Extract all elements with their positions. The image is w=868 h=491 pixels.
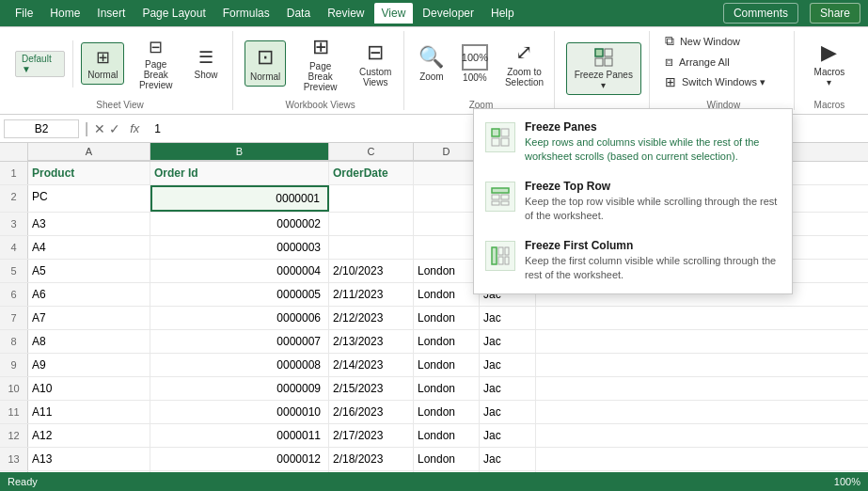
cell[interactable]: 0000011 — [150, 424, 329, 447]
cell[interactable]: London — [414, 283, 480, 306]
zoom-to-selection-button[interactable]: ⤢ Zoom toSelection — [499, 37, 549, 91]
cell[interactable]: A8 — [28, 330, 150, 353]
cell[interactable] — [329, 185, 414, 212]
menu-review[interactable]: Review — [320, 3, 371, 24]
cell[interactable]: London — [414, 307, 480, 329]
cell[interactable]: 2/11/2023 — [329, 283, 414, 306]
default-dropdown[interactable]: Default ▼ — [15, 51, 65, 77]
cell[interactable]: 0000003 — [150, 236, 329, 259]
zoom-button[interactable]: 🔍 Zoom — [413, 41, 450, 86]
cell[interactable]: 0000002 — [150, 213, 329, 235]
cell-reference-input[interactable] — [4, 119, 79, 138]
menu-developer[interactable]: Developer — [415, 3, 481, 24]
menu-help[interactable]: Help — [483, 3, 522, 24]
cell[interactable]: London — [414, 330, 480, 353]
cell[interactable] — [414, 236, 480, 259]
cell[interactable]: 0000006 — [150, 307, 329, 329]
cell[interactable]: A3 — [28, 213, 150, 235]
cell[interactable] — [414, 213, 480, 235]
custom-views-button[interactable]: ⊟ CustomViews — [355, 37, 396, 91]
cell[interactable]: 0000007 — [150, 330, 329, 353]
cell[interactable]: 0000012 — [150, 448, 329, 470]
freeze-panes-button[interactable]: Freeze Panes ▾ — [566, 42, 641, 95]
arrange-all-button[interactable]: ⧈ Arrange All — [661, 52, 786, 71]
normal-view-button[interactable]: ⊞ Normal — [81, 42, 124, 85]
freeze-top-row-item[interactable]: Freeze Top Row Keep the top row visible … — [474, 172, 792, 231]
cell[interactable]: London — [414, 377, 480, 400]
cell[interactable]: A9 — [28, 354, 150, 376]
cell[interactable]: 0000005 — [150, 283, 329, 306]
cell[interactable]: 2/15/2023 — [329, 377, 414, 400]
cell[interactable] — [414, 162, 480, 184]
freeze-panes-item[interactable]: Freeze Panes Keep rows and columns visib… — [474, 113, 792, 172]
cell[interactable]: 0000010 — [150, 401, 329, 423]
zoom-100-button[interactable]: 100% 100% — [456, 40, 494, 87]
cell[interactable]: Jac — [480, 448, 536, 470]
menu-data[interactable]: Data — [279, 3, 318, 24]
cell[interactable]: OrderDate — [329, 162, 414, 184]
new-window-button[interactable]: ⧉ New Window — [661, 31, 786, 51]
show-button[interactable]: ☰ Show — [187, 43, 225, 84]
cancel-formula-icon[interactable]: ✕ — [94, 121, 105, 136]
workbook-normal-button[interactable]: ⊡ Normal — [245, 40, 286, 87]
comments-button[interactable]: Comments — [723, 3, 798, 24]
cell[interactable]: Jac — [480, 377, 536, 400]
menu-view[interactable]: View — [374, 3, 414, 24]
cell[interactable]: Order Id — [150, 162, 329, 184]
cell[interactable]: London — [414, 448, 480, 470]
freeze-first-col-item[interactable]: Freeze First Column Keep the first colum… — [474, 231, 792, 291]
cell[interactable]: A6 — [28, 283, 150, 306]
cell[interactable]: London — [414, 401, 480, 423]
cell[interactable]: 0000008 — [150, 354, 329, 376]
cell[interactable]: Jac — [480, 424, 536, 447]
macros-button[interactable]: ▶ Macros ▾ — [806, 37, 853, 91]
cell[interactable]: Product — [28, 162, 150, 184]
cell[interactable]: 2/14/2023 — [329, 354, 414, 376]
col-header-b[interactable]: B — [150, 143, 329, 161]
menu-file[interactable]: File — [8, 3, 40, 24]
menu-page-layout[interactable]: Page Layout — [134, 3, 213, 24]
cell[interactable]: 0000004 — [150, 260, 329, 282]
menu-insert[interactable]: Insert — [89, 3, 133, 24]
cell[interactable]: A7 — [28, 307, 150, 329]
cell[interactable]: A10 — [28, 377, 150, 400]
cell[interactable]: A5 — [28, 260, 150, 282]
cell[interactable]: Jac — [480, 330, 536, 353]
cell[interactable]: 2/12/2023 — [329, 307, 414, 329]
cell[interactable]: A11 — [28, 401, 150, 423]
confirm-formula-icon[interactable]: ✓ — [109, 121, 120, 136]
zoom-icon: 🔍 — [418, 45, 444, 70]
menu-formulas[interactable]: Formulas — [215, 3, 277, 24]
cell[interactable]: 0000009 — [150, 377, 329, 400]
col-header-c[interactable]: C — [329, 143, 414, 161]
page-break-button[interactable]: ⊟ Page BreakPreview — [128, 33, 183, 94]
cell[interactable]: Jac — [480, 307, 536, 329]
zoom-100-icon: 100% — [462, 44, 488, 71]
cell[interactable]: London — [414, 260, 480, 282]
cell[interactable] — [329, 213, 414, 235]
cell[interactable]: 2/10/2023 — [329, 260, 414, 282]
row-number: 8 — [0, 330, 28, 353]
cell[interactable]: London — [414, 354, 480, 376]
switch-windows-button[interactable]: ⊞ Switch Windows ▾ — [661, 72, 786, 91]
cell[interactable]: Jac — [480, 354, 536, 376]
page-break-preview-button[interactable]: ⊞ Page BreakPreview — [292, 31, 349, 96]
col-header-d[interactable]: D — [414, 143, 480, 161]
cell[interactable]: 2/17/2023 — [329, 424, 414, 447]
zoom-100-label: 100% — [463, 72, 487, 83]
menu-home[interactable]: Home — [42, 3, 87, 24]
cell[interactable]: 0000001 — [150, 185, 329, 212]
cell[interactable]: A4 — [28, 236, 150, 259]
col-header-a[interactable]: A — [28, 143, 150, 161]
cell[interactable]: A13 — [28, 448, 150, 470]
share-button[interactable]: Share — [810, 3, 860, 24]
cell[interactable]: 2/18/2023 — [329, 448, 414, 470]
cell[interactable] — [414, 185, 480, 212]
cell[interactable]: London — [414, 424, 480, 447]
cell[interactable]: A12 — [28, 424, 150, 447]
cell[interactable]: 2/16/2023 — [329, 401, 414, 423]
cell[interactable] — [329, 236, 414, 259]
cell[interactable]: PC — [28, 185, 150, 212]
cell[interactable]: Jac — [480, 401, 536, 423]
cell[interactable]: 2/13/2023 — [329, 330, 414, 353]
